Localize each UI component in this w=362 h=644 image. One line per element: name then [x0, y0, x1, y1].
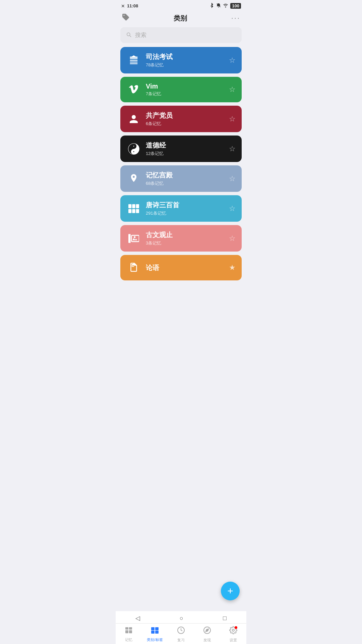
category-star-6[interactable]: ☆ — [229, 204, 236, 213]
category-count-6: 291条记忆 — [146, 210, 229, 216]
category-name-4: 道德经 — [146, 141, 229, 150]
category-star-7[interactable]: ☆ — [229, 234, 236, 243]
category-count-1: 78条记忆 — [146, 62, 229, 68]
category-name-1: 司法考试 — [146, 52, 229, 61]
more-menu-button[interactable]: ··· — [231, 14, 240, 22]
category-item-2[interactable]: Vim 7条记忆 ☆ — [120, 77, 242, 102]
category-count-2: 7条记忆 — [146, 91, 229, 97]
svg-rect-8 — [136, 204, 139, 208]
category-name-5: 记忆宫殿 — [146, 171, 229, 180]
svg-point-4 — [133, 146, 134, 147]
category-star-4[interactable]: ☆ — [229, 145, 236, 153]
search-placeholder-text: 搜索 — [135, 31, 146, 39]
category-name-8: 论语 — [146, 263, 229, 272]
status-left: ✕ 11:08 — [121, 3, 138, 9]
category-count-3: 6条记忆 — [146, 121, 229, 127]
svg-point-5 — [133, 151, 134, 152]
category-text-1: 司法考试 78条记忆 — [146, 52, 229, 68]
category-item-4[interactable]: 道德经 12条记忆 ☆ — [120, 136, 242, 162]
category-star-1[interactable]: ☆ — [229, 56, 236, 65]
category-item-5[interactable]: 记忆宫殿 68条记忆 ☆ — [120, 165, 242, 192]
category-icon-vimeo — [126, 82, 141, 97]
category-star-5[interactable]: ☆ — [229, 174, 236, 183]
svg-rect-9 — [128, 209, 131, 213]
category-text-6: 唐诗三百首 291条记忆 — [146, 201, 229, 216]
category-item-8[interactable]: 论语 ★ — [120, 255, 242, 280]
category-list: 司法考试 78条记忆 ☆ Vim 7条记忆 ☆ 共产党员 6条记忆 — [116, 47, 246, 280]
category-icon-building — [126, 53, 141, 68]
close-icon: ✕ — [121, 3, 125, 9]
status-right: 100 — [209, 3, 241, 9]
status-time: 11:08 — [127, 3, 138, 8]
category-text-3: 共产党员 6条记忆 — [146, 111, 229, 127]
category-star-3[interactable]: ☆ — [229, 115, 236, 123]
category-star-8[interactable]: ★ — [229, 263, 236, 272]
battery-icon: 100 — [230, 3, 241, 9]
category-text-5: 记忆宫殿 68条记忆 — [146, 171, 229, 186]
category-item-6[interactable]: 唐诗三百首 291条记忆 ☆ — [120, 195, 242, 222]
svg-point-14 — [134, 236, 135, 238]
category-item-7[interactable]: 古文观止 3条记忆 ☆ — [120, 225, 242, 252]
category-name-6: 唐诗三百首 — [146, 201, 229, 210]
svg-rect-11 — [136, 209, 139, 213]
category-count-4: 12条记忆 — [146, 151, 229, 157]
svg-rect-7 — [132, 204, 135, 208]
category-count-5: 68条记忆 — [146, 180, 229, 186]
svg-rect-6 — [128, 204, 131, 208]
svg-rect-12 — [128, 234, 131, 243]
category-name-2: Vim — [146, 83, 229, 90]
category-star-2[interactable]: ☆ — [229, 85, 236, 94]
category-text-2: Vim 7条记忆 — [146, 83, 229, 97]
category-text-8: 论语 — [146, 263, 229, 272]
category-icon-grid — [126, 201, 141, 216]
category-icon-image — [126, 231, 141, 246]
bell-off-icon — [216, 3, 221, 9]
category-icon-document — [126, 260, 141, 275]
category-count-7: 3条记忆 — [146, 240, 229, 246]
tag-icon[interactable] — [122, 13, 130, 23]
category-text-7: 古文观止 3条记忆 — [146, 230, 229, 246]
bluetooth-icon — [209, 3, 214, 9]
category-icon-yinyang — [126, 142, 141, 156]
status-bar: ✕ 11:08 100 — [116, 0, 246, 10]
category-item-1[interactable]: 司法考试 78条记忆 ☆ — [120, 47, 242, 73]
category-item-3[interactable]: 共产党员 6条记忆 ☆ — [120, 106, 242, 132]
search-icon — [126, 32, 132, 39]
category-icon-location — [126, 171, 141, 186]
svg-rect-13 — [131, 235, 139, 241]
search-bar[interactable]: 搜索 — [120, 27, 242, 43]
header: 类别 ··· — [116, 10, 246, 27]
svg-rect-10 — [132, 209, 135, 213]
page-title: 类别 — [174, 14, 187, 23]
wifi-icon — [223, 3, 228, 9]
category-icon-person — [126, 112, 141, 126]
category-text-4: 道德经 12条记忆 — [146, 141, 229, 157]
category-name-7: 古文观止 — [146, 230, 229, 239]
category-name-3: 共产党员 — [146, 111, 229, 120]
